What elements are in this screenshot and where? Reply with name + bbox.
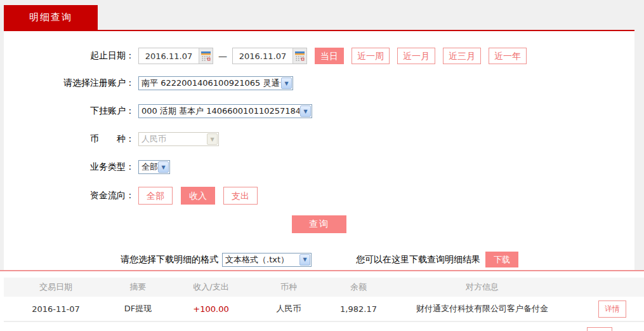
business-type-select[interactable]: 全部 ▼ <box>138 160 170 174</box>
next-row-partial <box>4 322 644 330</box>
end-date-value: 2016.11.07 <box>233 51 292 61</box>
sub-account-select[interactable]: 000 活期 基本户 1406600101102571848 ▼ <box>138 104 312 118</box>
results-table: 交易日期 摘要 收入/支出 币种 余额 对方信息 2016-11-07 DF提现… <box>0 271 644 331</box>
main-panel: 明细查询 起止日期： 2016.11.07 <box>4 5 634 270</box>
date-range-label: 起止日期： <box>4 50 135 62</box>
row-trade-date: 2016-11-07 <box>4 304 108 314</box>
download-format-label: 请您选择下载明细的格式 <box>121 254 218 266</box>
register-account-value: 南平 6222001406100921065 灵通卡 <box>139 78 280 89</box>
header-summary: 摘要 <box>108 281 168 293</box>
header-currency: 币种 <box>254 281 324 293</box>
date-range-separator: — <box>218 51 227 61</box>
currency-row: 币 种： 人民币 ▼ <box>4 132 634 146</box>
start-date-value: 2016.11.07 <box>139 51 199 61</box>
chevron-down-icon: ▼ <box>300 105 311 117</box>
download-row: 请您选择下载明细的格式 文本格式（.txt） ▼ 您可以在这里下载查询明细结果 … <box>4 252 634 267</box>
table-row: 2016-11-07 DF提现 +100.00 人民币 1,982.17 财付通… <box>4 297 644 322</box>
sub-account-label: 下挂账户： <box>4 105 135 117</box>
download-button[interactable]: 下载 <box>485 252 518 267</box>
direction-all-button[interactable]: 全部 <box>138 187 173 205</box>
register-account-row: 请选择注册账户： 南平 6222001406100921065 灵通卡 ▼ <box>4 76 634 90</box>
chevron-down-icon: ▼ <box>281 78 292 89</box>
header-income-expense: 收入/支出 <box>168 281 254 293</box>
download-format-value: 文本格式（.txt） <box>223 254 299 266</box>
calendar-icon-glyph <box>201 51 211 61</box>
header-counterparty: 对方信息 <box>393 281 571 293</box>
currency-select: 人民币 ▼ <box>138 132 219 146</box>
direction-income-button[interactable]: 收入 <box>181 187 215 205</box>
date-range-row: 起止日期： 2016.11.07 — <box>4 48 634 64</box>
sub-account-row: 下挂账户： 000 活期 基本户 1406600101102571848 ▼ <box>4 104 634 118</box>
fund-direction-label: 资金流向： <box>4 190 135 201</box>
header-balance: 余额 <box>324 281 393 293</box>
table-header-row: 交易日期 摘要 收入/支出 币种 余额 对方信息 <box>4 278 644 297</box>
download-hint: 您可以在这里下载查询明细结果 <box>356 254 480 266</box>
business-type-label: 业务类型： <box>4 161 135 173</box>
end-date-input[interactable]: 2016.11.07 <box>232 48 307 64</box>
quick-range-year-button[interactable]: 近一年 <box>489 48 527 64</box>
row-amount: +100.00 <box>168 304 254 314</box>
next-row-spacer <box>4 322 575 330</box>
register-account-label: 请选择注册账户： <box>4 78 135 89</box>
currency-value: 人民币 <box>139 133 206 145</box>
header-trade-date: 交易日期 <box>4 281 108 293</box>
query-form: 起止日期： 2016.11.07 — <box>4 31 634 270</box>
next-detail-button-partial <box>587 327 612 331</box>
chevron-down-icon: ▼ <box>207 133 218 145</box>
calendar-icon[interactable] <box>292 48 306 64</box>
fund-direction-row: 资金流向： 全部 收入 支出 <box>4 187 634 205</box>
business-type-value: 全部 <box>139 161 157 173</box>
calendar-icon[interactable] <box>199 48 213 64</box>
quick-range-week-button[interactable]: 近一周 <box>352 48 390 64</box>
download-format-select[interactable]: 文本格式（.txt） ▼ <box>222 253 312 267</box>
query-button[interactable]: 查询 <box>292 215 346 233</box>
quick-range-today-button[interactable]: 当日 <box>315 48 344 64</box>
quick-range-month-button[interactable]: 近一月 <box>397 48 435 64</box>
business-type-row: 业务类型： 全部 ▼ <box>4 160 634 174</box>
tab-detail-query[interactable]: 明细查询 <box>4 5 98 30</box>
direction-expense-button[interactable]: 支出 <box>223 187 258 205</box>
sub-account-value: 000 活期 基本户 1406600101102571848 <box>139 105 299 117</box>
row-summary: DF提现 <box>108 303 168 314</box>
register-account-select[interactable]: 南平 6222001406100921065 灵通卡 ▼ <box>138 76 293 90</box>
chevron-down-icon: ▼ <box>299 254 310 266</box>
row-action-cell: 详情 <box>571 301 640 318</box>
start-date-input[interactable]: 2016.11.07 <box>138 48 213 64</box>
quick-range-3months-button[interactable]: 近三月 <box>443 48 481 64</box>
row-balance: 1,982.17 <box>324 304 393 314</box>
chevron-down-icon: ▼ <box>158 161 169 173</box>
row-counterparty: 财付通支付科技有限公司客户备付金 <box>393 303 571 314</box>
row-currency: 人民币 <box>254 303 324 314</box>
currency-label: 币 种： <box>4 133 135 145</box>
detail-button[interactable]: 详情 <box>598 301 626 318</box>
calendar-icon-glyph <box>295 51 305 61</box>
